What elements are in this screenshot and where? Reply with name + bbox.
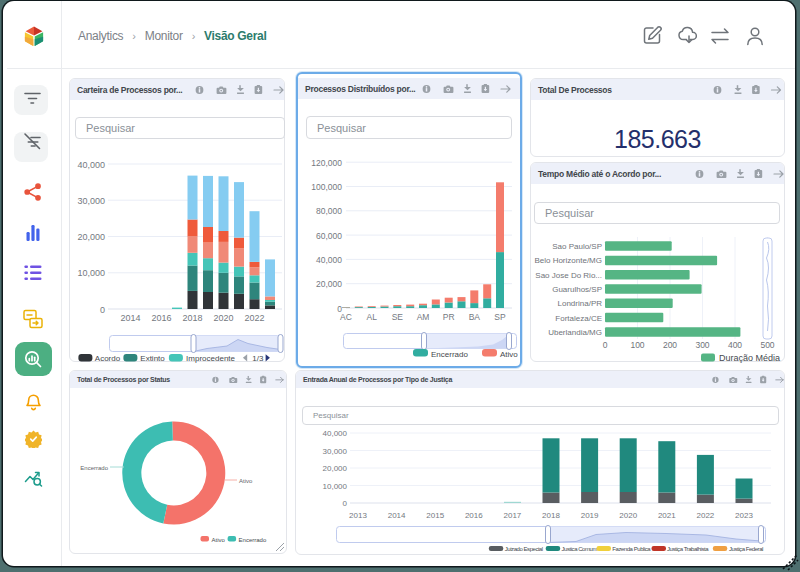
svg-text:Improcedente: Improcedente bbox=[186, 354, 235, 363]
svg-text:400: 400 bbox=[728, 340, 742, 350]
svg-text:1/3: 1/3 bbox=[252, 354, 264, 363]
svg-text:100: 100 bbox=[630, 340, 644, 350]
svg-text:200: 200 bbox=[663, 340, 677, 350]
svg-text:2022: 2022 bbox=[244, 313, 264, 323]
svg-text:10,000: 10,000 bbox=[323, 482, 348, 491]
svg-text:2016: 2016 bbox=[151, 313, 171, 323]
svg-text:30,000: 30,000 bbox=[323, 447, 348, 456]
svg-text:Belo Horizonte/MG: Belo Horizonte/MG bbox=[534, 256, 602, 265]
svg-text:40,000: 40,000 bbox=[323, 429, 348, 438]
svg-text:Ativo: Ativo bbox=[239, 478, 253, 484]
svg-text:40,000: 40,000 bbox=[77, 160, 105, 170]
svg-text:Fortaleza/CE: Fortaleza/CE bbox=[555, 314, 602, 323]
svg-text:Extinto: Extinto bbox=[140, 354, 165, 363]
svg-text:Duração Média: Duração Média bbox=[719, 353, 780, 363]
svg-text:2014: 2014 bbox=[120, 313, 140, 323]
svg-text:Guarulhos/SP: Guarulhos/SP bbox=[552, 285, 602, 294]
svg-text:2016: 2016 bbox=[465, 511, 483, 520]
svg-text:Justiça Trabalhista: Justiça Trabalhista bbox=[667, 546, 709, 552]
svg-text:10,000: 10,000 bbox=[77, 268, 105, 278]
svg-text:SP: SP bbox=[494, 312, 506, 322]
svg-text:Sao Paulo/SP: Sao Paulo/SP bbox=[552, 242, 602, 251]
svg-text:2022: 2022 bbox=[697, 511, 715, 520]
svg-text:Ativo: Ativo bbox=[500, 350, 518, 359]
svg-text:2021: 2021 bbox=[658, 511, 676, 520]
svg-text:BA: BA bbox=[469, 312, 481, 322]
svg-text:PR: PR bbox=[443, 312, 455, 322]
svg-text:0: 0 bbox=[100, 305, 105, 315]
svg-text:0: 0 bbox=[343, 499, 348, 508]
svg-text:AL: AL bbox=[366, 312, 377, 322]
svg-text:2017: 2017 bbox=[504, 511, 522, 520]
svg-text:2023: 2023 bbox=[735, 511, 753, 520]
svg-text:SE: SE bbox=[392, 312, 404, 322]
svg-text:AC: AC bbox=[340, 312, 352, 322]
svg-text:2015: 2015 bbox=[426, 511, 444, 520]
svg-text:2018: 2018 bbox=[182, 313, 202, 323]
svg-text:Encerrado: Encerrado bbox=[80, 465, 108, 471]
svg-text:2020: 2020 bbox=[213, 313, 233, 323]
svg-text:300: 300 bbox=[695, 340, 709, 350]
svg-text:2019: 2019 bbox=[581, 511, 599, 520]
svg-text:2014: 2014 bbox=[388, 511, 406, 520]
svg-text:Acordo: Acordo bbox=[95, 354, 121, 363]
svg-text:Justica Comum: Justica Comum bbox=[562, 546, 598, 552]
svg-text:Juizado Especial: Juizado Especial bbox=[505, 546, 543, 552]
svg-text:20,000: 20,000 bbox=[77, 232, 105, 242]
svg-text:0: 0 bbox=[603, 340, 608, 350]
svg-text:500: 500 bbox=[760, 340, 774, 350]
svg-text:Fazenda Publica: Fazenda Publica bbox=[612, 546, 651, 552]
svg-text:Encerrado: Encerrado bbox=[239, 537, 267, 543]
svg-text:2018: 2018 bbox=[542, 511, 560, 520]
svg-text:2020: 2020 bbox=[619, 511, 637, 520]
svg-text:2013: 2013 bbox=[349, 511, 367, 520]
svg-text:Sao Jose Do Rio...: Sao Jose Do Rio... bbox=[535, 271, 602, 280]
svg-text:30,000: 30,000 bbox=[77, 196, 105, 206]
svg-text:Ativo: Ativo bbox=[212, 537, 226, 543]
svg-text:AM: AM bbox=[417, 312, 430, 322]
svg-text:Justiça Federal: Justiça Federal bbox=[729, 546, 763, 552]
svg-text:20,000: 20,000 bbox=[323, 464, 348, 473]
svg-text:Uberlandia/MG: Uberlandia/MG bbox=[548, 328, 602, 337]
svg-text:Londrina/PR: Londrina/PR bbox=[558, 299, 603, 308]
svg-text:Encerrado: Encerrado bbox=[431, 350, 468, 359]
